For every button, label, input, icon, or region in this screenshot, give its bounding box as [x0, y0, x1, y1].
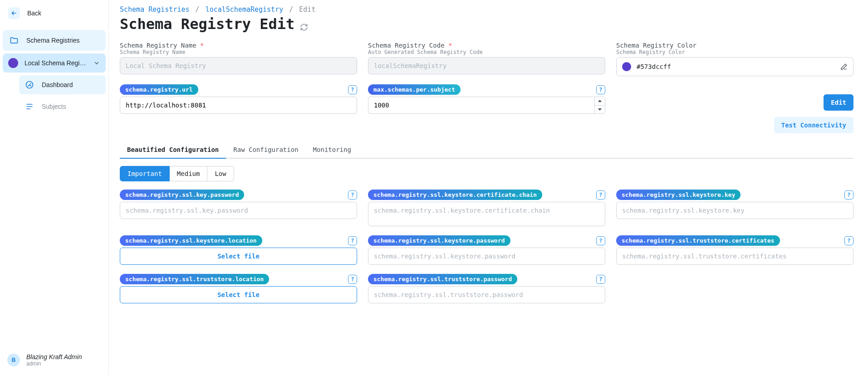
- config-key-pill: schema.registry.ssl.truststore.certifica…: [616, 235, 780, 246]
- field-url: schema.registry.url ?: [120, 84, 357, 133]
- tab-raw[interactable]: Raw Configuration: [226, 141, 305, 159]
- pencil-icon: [840, 63, 848, 70]
- help-icon[interactable]: ?: [348, 275, 357, 284]
- list-icon: [24, 101, 35, 112]
- folder-icon: [8, 34, 20, 46]
- user-name: Blazing Kraft Admin: [26, 353, 82, 360]
- config-key-pill: schema.registry.ssl.keystore.certificate…: [368, 190, 542, 200]
- tab-monitoring[interactable]: Monitoring: [306, 141, 358, 159]
- breadcrumb-link-registry[interactable]: localSchemaRegistry: [206, 5, 284, 14]
- config-key-pill: schema.registry.ssl.keystore.password: [368, 235, 510, 246]
- field-max-schemas: max.schemas.per.subject ?: [368, 84, 605, 133]
- sidebar-item-local-registry[interactable]: Local Schema Regi…: [3, 54, 106, 73]
- avatar-initial: B: [12, 357, 16, 363]
- field-registry-name: Schema Registry Name * Schema Registry N…: [120, 42, 357, 76]
- sidebar-subnav: Dashboard Subjects: [3, 75, 106, 119]
- config-input[interactable]: [616, 202, 853, 219]
- field-label: Schema Registry Color: [616, 42, 853, 49]
- number-steppers: [594, 97, 605, 114]
- config-item: schema.registry.ssl.keystore.location?Se…: [120, 235, 357, 265]
- color-swatch: [622, 62, 631, 71]
- sidebar-item-label: Subjects: [42, 103, 66, 110]
- name-input: [120, 57, 357, 74]
- url-input[interactable]: [120, 97, 357, 114]
- sidebar-item-label: Local Schema Regi…: [25, 59, 86, 67]
- help-icon[interactable]: ?: [844, 236, 853, 245]
- help-icon[interactable]: ?: [596, 236, 605, 245]
- config-key-pill: max.schemas.per.subject: [368, 84, 461, 95]
- importance-medium[interactable]: Medium: [170, 166, 208, 181]
- help-icon[interactable]: ?: [348, 236, 357, 245]
- stepper-up[interactable]: [595, 97, 605, 106]
- sidebar-item-label: Schema Registries: [26, 37, 80, 44]
- config-item: schema.registry.ssl.truststore.location?…: [120, 274, 357, 303]
- back-label: Back: [27, 10, 41, 17]
- field-registry-code: Schema Registry Code * Auto Generated Sc…: [368, 42, 605, 76]
- refresh-icon[interactable]: [300, 23, 308, 31]
- gauge-icon: [24, 79, 35, 91]
- avatar: B: [7, 354, 20, 366]
- field-help: Schema Registry Name: [120, 49, 357, 55]
- help-icon[interactable]: ?: [596, 85, 605, 94]
- config-input[interactable]: [368, 286, 605, 303]
- breadcrumb-link-registries[interactable]: Schema Registries: [120, 5, 190, 14]
- back-arrow-icon: [8, 7, 20, 19]
- config-key-pill: schema.registry.ssl.key.password: [120, 190, 244, 200]
- required-star: *: [448, 42, 452, 49]
- config-key-pill: schema.registry.ssl.keystore.location: [120, 235, 262, 246]
- stepper-down[interactable]: [595, 106, 605, 114]
- chevron-down-icon: [93, 59, 100, 67]
- breadcrumb-current: Edit: [299, 5, 315, 14]
- config-item: schema.registry.ssl.truststore.certifica…: [616, 235, 853, 265]
- sidebar-user[interactable]: B Blazing Kraft Admin admin: [3, 349, 106, 371]
- field-registry-color: Schema Registry Color Schema Registry Co…: [616, 42, 853, 76]
- importance-important[interactable]: Important: [120, 166, 170, 181]
- field-label: Schema Registry Name: [120, 42, 196, 49]
- help-icon[interactable]: ?: [844, 190, 853, 200]
- sidebar-item-subjects[interactable]: Subjects: [19, 97, 106, 116]
- select-file-button[interactable]: Select file: [120, 248, 357, 265]
- sidebar-item-schema-registries[interactable]: Schema Registries: [3, 30, 106, 51]
- edit-button[interactable]: Edit: [824, 94, 853, 111]
- color-value: #573dccff: [637, 63, 671, 70]
- color-picker[interactable]: #573dccff: [616, 57, 853, 76]
- breadcrumb-sep: /: [287, 5, 295, 14]
- importance-toggle: Important Medium Low: [120, 166, 853, 181]
- required-star: *: [200, 42, 204, 49]
- user-role: admin: [26, 360, 82, 367]
- tab-beautified[interactable]: Beautified Configuration: [120, 141, 226, 159]
- test-connectivity-button[interactable]: Test Connectivity: [774, 117, 853, 133]
- help-icon[interactable]: ?: [348, 190, 357, 200]
- help-icon[interactable]: ?: [348, 85, 357, 94]
- config-item: schema.registry.ssl.truststore.password?: [368, 274, 605, 303]
- field-label: Schema Registry Code: [368, 42, 445, 49]
- config-textarea[interactable]: [368, 202, 605, 226]
- config-key-pill: schema.registry.url: [120, 84, 198, 95]
- importance-low[interactable]: Low: [207, 166, 234, 181]
- config-item: schema.registry.ssl.key.password?: [120, 190, 357, 226]
- config-item: schema.registry.ssl.keystore.key?: [616, 190, 853, 226]
- breadcrumb: Schema Registries / localSchemaRegistry …: [120, 5, 853, 14]
- config-key-pill: schema.registry.ssl.truststore.password: [368, 274, 517, 284]
- help-icon[interactable]: ?: [596, 275, 605, 284]
- config-tabs: Beautified Configuration Raw Configurati…: [120, 141, 853, 159]
- main-content: Schema Registries / localSchemaRegistry …: [109, 0, 868, 375]
- select-file-button[interactable]: Select file: [120, 286, 357, 303]
- user-info: Blazing Kraft Admin admin: [26, 353, 82, 367]
- config-grid: schema.registry.ssl.key.password?schema.…: [120, 190, 853, 303]
- field-help: Auto Generated Schema Registry Code: [368, 49, 605, 55]
- code-input: [368, 57, 605, 74]
- config-key-pill: schema.registry.ssl.keystore.key: [616, 190, 740, 200]
- config-item: schema.registry.ssl.keystore.password?: [368, 235, 605, 265]
- sidebar-item-dashboard[interactable]: Dashboard: [19, 75, 106, 94]
- back-button[interactable]: Back: [3, 4, 106, 23]
- config-input[interactable]: [120, 202, 357, 219]
- action-buttons: Edit Test Connectivity: [616, 84, 853, 133]
- sidebar: Back Schema Registries Local Schema Regi…: [0, 0, 109, 375]
- field-help: Schema Registry Color: [616, 49, 853, 55]
- help-icon[interactable]: ?: [596, 190, 605, 200]
- registry-color-icon: [8, 58, 18, 68]
- config-input[interactable]: [616, 248, 853, 265]
- max-schemas-input[interactable]: [368, 97, 594, 114]
- config-input[interactable]: [368, 248, 605, 265]
